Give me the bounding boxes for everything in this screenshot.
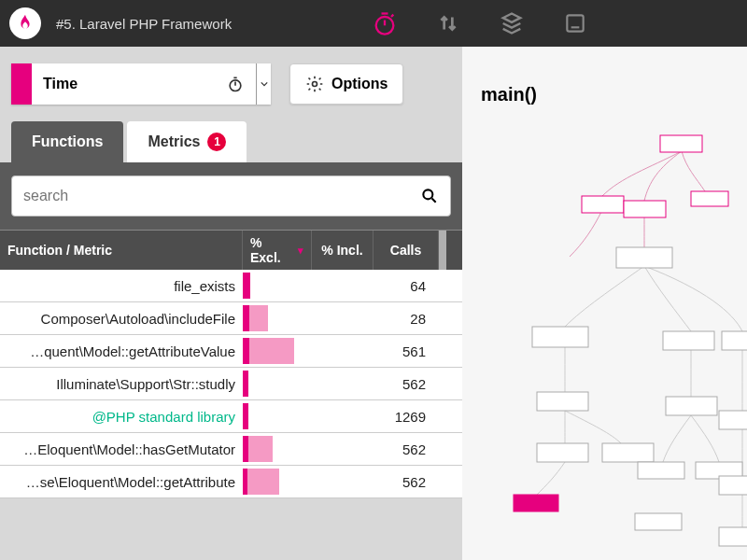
- sort-desc-icon: ▾: [298, 245, 303, 257]
- top-bar: #5. Laravel PHP Framework: [0, 0, 747, 47]
- dimension-color: [11, 63, 32, 105]
- cell-excl-bar: [243, 371, 312, 397]
- svg-rect-14: [537, 443, 588, 462]
- cell-excl-bar: [243, 338, 312, 364]
- svg-rect-9: [616, 247, 672, 268]
- cell-name: …Eloquent\Model::hasGetMutator: [0, 441, 243, 457]
- panel-icon[interactable]: [562, 10, 588, 36]
- svg-rect-13: [537, 392, 588, 411]
- options-label: Options: [331, 76, 388, 92]
- table-row[interactable]: …Eloquent\Model::hasGetMutator562: [0, 433, 462, 466]
- svg-rect-17: [666, 397, 717, 415]
- layers-icon[interactable]: [499, 10, 525, 36]
- svg-rect-20: [719, 411, 747, 429]
- cell-name: file_exists: [0, 278, 243, 294]
- cell-calls: 562: [374, 474, 439, 490]
- svg-rect-22: [719, 527, 747, 546]
- svg-rect-10: [532, 327, 588, 347]
- table-header: Function / Metric % Excl.▾ % Incl. Calls: [0, 231, 462, 270]
- cell-name: @PHP standard library: [0, 409, 243, 425]
- stopwatch-icon: [226, 75, 245, 93]
- call-graph-panel[interactable]: main(): [462, 47, 747, 560]
- cell-name: Illuminate\Support\Str::studly: [0, 376, 243, 392]
- cell-name: …se\Eloquent\Model::getAttribute: [0, 474, 243, 490]
- page-title: #5. Laravel PHP Framework: [56, 16, 232, 32]
- svg-point-4: [423, 189, 432, 199]
- dimension-select[interactable]: Time: [11, 63, 271, 105]
- table-row[interactable]: …quent\Model::getAttributeValue561: [0, 335, 462, 368]
- call-graph: [462, 47, 747, 560]
- dimension-dropdown[interactable]: [256, 63, 271, 105]
- svg-rect-23: [635, 513, 682, 530]
- options-button[interactable]: Options: [289, 63, 403, 105]
- svg-rect-15: [602, 443, 654, 462]
- tab-metrics[interactable]: Metrics 1: [127, 121, 247, 162]
- cell-excl-bar: [243, 305, 312, 331]
- cell-name: …quent\Model::getAttributeValue: [0, 343, 243, 359]
- search-input[interactable]: [23, 188, 413, 204]
- col-incl[interactable]: % Incl.: [312, 231, 374, 270]
- cell-calls: 561: [374, 343, 439, 359]
- table-row[interactable]: …se\Eloquent\Model::getAttribute562: [0, 466, 462, 498]
- chevron-down-icon: [261, 80, 268, 88]
- tab-metrics-label: Metrics: [148, 133, 200, 150]
- dimension-label: Time: [43, 76, 78, 92]
- table-row[interactable]: file_exists64: [0, 270, 462, 302]
- cell-calls: 28: [374, 311, 439, 327]
- table-row[interactable]: @PHP standard library1269: [0, 400, 462, 433]
- svg-rect-18: [638, 462, 684, 479]
- cell-calls: 64: [374, 278, 439, 294]
- sort-icon[interactable]: [435, 10, 461, 36]
- cell-name: Composer\Autoload\includeFile: [0, 311, 243, 327]
- gear-icon: [305, 75, 324, 93]
- cell-excl-bar: [243, 273, 312, 299]
- table-row[interactable]: Composer\Autoload\includeFile28: [0, 302, 462, 335]
- cell-calls: 562: [374, 441, 439, 457]
- left-panel: Time Options Functions: [0, 47, 462, 560]
- cell-excl-bar: [243, 469, 312, 495]
- search-icon: [420, 187, 439, 205]
- brand-logo[interactable]: [9, 7, 41, 39]
- cell-excl-bar: [243, 436, 312, 462]
- cell-calls: 562: [374, 376, 439, 392]
- svg-rect-11: [663, 331, 714, 350]
- cell-excl-bar: [243, 403, 312, 429]
- metrics-badge: 1: [207, 133, 226, 151]
- flame-icon: [15, 13, 35, 34]
- cell-calls: 1269: [374, 409, 439, 425]
- svg-point-3: [313, 82, 317, 87]
- tab-functions-label: Functions: [32, 133, 103, 150]
- svg-rect-21: [719, 476, 747, 495]
- search-button[interactable]: [413, 179, 446, 213]
- svg-rect-12: [722, 331, 747, 350]
- svg-rect-6: [582, 196, 624, 213]
- svg-rect-1: [567, 15, 583, 31]
- timer-icon[interactable]: [372, 10, 398, 36]
- svg-rect-5: [660, 135, 702, 152]
- col-calls[interactable]: Calls: [374, 231, 439, 270]
- col-name[interactable]: Function / Metric: [0, 231, 243, 270]
- search-box: [11, 175, 451, 217]
- functions-table: Function / Metric % Excl.▾ % Incl. Calls…: [0, 230, 462, 560]
- col-excl[interactable]: % Excl.▾: [243, 231, 312, 270]
- table-row[interactable]: Illuminate\Support\Str::studly562: [0, 368, 462, 400]
- svg-rect-16: [514, 495, 558, 511]
- svg-rect-8: [691, 191, 728, 206]
- svg-rect-7: [624, 201, 666, 217]
- tab-functions[interactable]: Functions: [11, 121, 123, 162]
- scrollbar[interactable]: [439, 231, 446, 270]
